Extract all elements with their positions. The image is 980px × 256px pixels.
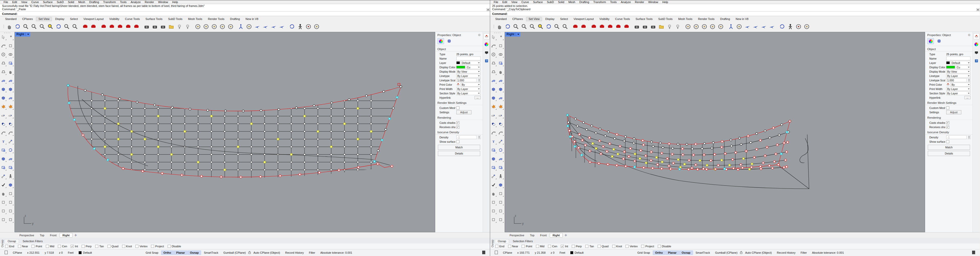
viewport-tab-right[interactable]: Right xyxy=(550,233,563,238)
osnap-option-tan[interactable]: Tan xyxy=(585,245,594,248)
walkabout-icon[interactable] xyxy=(296,23,304,30)
control-point-curve-icon[interactable] xyxy=(8,43,14,49)
toolbar-tab-visibility[interactable]: Visibility xyxy=(107,17,122,21)
surface-loft-icon[interactable] xyxy=(498,78,504,84)
status-auto-cplane-object-[interactable]: Auto CPlane (Object) xyxy=(743,251,774,254)
viewport-tab-front[interactable]: Front xyxy=(538,233,549,237)
command-prompt[interactable]: Command: xyxy=(0,11,490,16)
text-object-icon[interactable]: T xyxy=(0,138,6,145)
units-button[interactable]: Feet xyxy=(65,251,76,254)
units-button[interactable]: Feet xyxy=(557,251,568,254)
solid-torus-icon[interactable] xyxy=(0,95,6,101)
zoom-lens-icon[interactable] xyxy=(46,23,54,30)
osnap-checkbox-int[interactable]: ✓ xyxy=(71,245,74,248)
display-monitor-tab[interactable] xyxy=(974,50,979,56)
polygon-icon[interactable] xyxy=(0,69,6,75)
misc-tool-7-icon[interactable] xyxy=(8,216,14,223)
command-prompt[interactable]: Command: xyxy=(490,11,980,16)
menu-item-edit[interactable]: Edit xyxy=(500,0,509,4)
solid-shade-icon[interactable] xyxy=(0,156,6,162)
split-icon[interactable] xyxy=(498,112,504,118)
undo-view-icon[interactable] xyxy=(545,23,552,30)
osnap-option-vertex[interactable]: Vertex xyxy=(135,245,148,248)
explode-icon[interactable] xyxy=(0,103,6,110)
misc-tool-1-icon[interactable] xyxy=(8,191,14,197)
toggle-grid-snap[interactable]: Grid Snap xyxy=(143,250,161,255)
plan-view-icon[interactable] xyxy=(743,23,751,30)
check-object-icon[interactable] xyxy=(0,182,6,188)
plan-view-icon[interactable] xyxy=(253,23,261,30)
camera-show-icon[interactable] xyxy=(633,23,641,30)
zoom-1to1-icon[interactable] xyxy=(71,23,79,30)
status-auto-cplane-object-[interactable]: Auto CPlane (Object) xyxy=(251,251,283,254)
toggle-smarttrack[interactable]: SmartTrack xyxy=(693,250,713,255)
statusbar-pane-icon[interactable] xyxy=(492,251,500,255)
camera-black-icon[interactable] xyxy=(151,23,159,30)
osnap-checkbox-vertex[interactable] xyxy=(135,245,138,248)
dropdown-linetype[interactable]: By Layer xyxy=(457,74,480,78)
osnap-checkbox-near[interactable] xyxy=(18,245,21,248)
camera-black-icon[interactable] xyxy=(641,23,649,30)
osnap-option-vertex[interactable]: Vertex xyxy=(625,245,638,248)
command-scroll-up-button[interactable] xyxy=(487,8,490,11)
menu-item-mesh[interactable]: Mesh xyxy=(566,0,578,4)
misc-tool-4-icon[interactable] xyxy=(0,208,6,214)
dock-tab-selection-filters[interactable]: Selection Filters xyxy=(509,239,536,243)
osnap-checkbox-disable[interactable] xyxy=(658,245,661,248)
osnap-option-point[interactable]: Point xyxy=(522,245,532,248)
viewport-right-view[interactable]: Rightzy xyxy=(14,32,435,232)
surface-corner-points-icon[interactable] xyxy=(0,78,6,84)
statusbar-right-pane-icon[interactable] xyxy=(969,251,978,255)
menu-item-tools[interactable]: Tools xyxy=(118,0,129,4)
airplane-2-icon[interactable] xyxy=(278,23,286,30)
solid-sphere-icon[interactable] xyxy=(8,86,14,92)
osnap-option-quad[interactable]: Quad xyxy=(598,245,609,248)
primitive-solids-icon[interactable] xyxy=(498,182,504,188)
print-color-icon[interactable] xyxy=(457,83,460,86)
toolbar-tab-cplanes[interactable]: CPlanes xyxy=(20,17,36,21)
toolbar-tab-render-tools[interactable]: Render Tools xyxy=(205,17,227,21)
zoom-dynamic-icon[interactable] xyxy=(22,23,30,30)
text-object-icon[interactable]: T xyxy=(490,138,496,145)
menu-item-render[interactable]: Render xyxy=(143,0,156,4)
gear-icon[interactable]: ⚙ xyxy=(968,33,970,37)
transform-figure-icon[interactable] xyxy=(498,173,504,179)
arc-icon[interactable] xyxy=(490,60,496,66)
dropdown-layer[interactable]: Default xyxy=(461,61,480,65)
display-monitor-tab[interactable] xyxy=(484,50,489,56)
osnap-checkbox-point[interactable] xyxy=(32,245,35,248)
extrude-surface-icon[interactable] xyxy=(498,156,504,162)
zoom-selected-icon[interactable] xyxy=(528,23,536,30)
fillet-curve-icon[interactable] xyxy=(490,130,496,136)
dock-tab-osnap[interactable]: Osnap xyxy=(5,239,19,243)
spinner-control[interactable] xyxy=(477,78,480,82)
color-wheel-tab[interactable] xyxy=(974,42,979,47)
osnap-checkbox-point[interactable] xyxy=(522,245,525,248)
hyperlink-button[interactable]: ... xyxy=(474,96,480,99)
surface-patch-icon[interactable] xyxy=(8,95,14,101)
toolbar-tab-new-in-v8[interactable]: New in V8 xyxy=(243,17,261,21)
set-view-right-icon[interactable] xyxy=(89,23,97,30)
rotate-copy-icon[interactable] xyxy=(498,147,504,153)
view-right-car-icon[interactable] xyxy=(116,23,124,30)
osnap-checkbox-quad[interactable] xyxy=(108,245,111,248)
properties-layer-tab[interactable] xyxy=(935,38,942,44)
cplane-object-icon[interactable] xyxy=(219,23,226,30)
osnap-checkbox-project[interactable] xyxy=(641,245,644,248)
misc-tool-2-icon[interactable] xyxy=(490,199,496,205)
named-views-folder-icon[interactable] xyxy=(657,23,665,30)
clock-view-icon[interactable] xyxy=(313,23,320,30)
viewport-title-label[interactable]: Right xyxy=(15,32,30,37)
toolbar-tab-new-in-v8[interactable]: New in V8 xyxy=(733,17,751,21)
osnap-checkbox-perp[interactable] xyxy=(572,245,575,248)
surface-corner-points-icon[interactable] xyxy=(490,78,496,84)
osnap-option-disable[interactable]: Disable xyxy=(168,245,181,248)
menu-item-analyze[interactable]: Analyze xyxy=(129,0,143,4)
color-wheel-tab[interactable] xyxy=(484,42,489,47)
toggle-planar[interactable]: Planar xyxy=(174,250,188,255)
display-color-swatch[interactable] xyxy=(946,66,955,68)
osnap-option-quad[interactable]: Quad xyxy=(108,245,118,248)
extrude-surface-icon[interactable] xyxy=(8,156,14,162)
print-color-icon[interactable] xyxy=(946,83,950,86)
array-linear-icon[interactable] xyxy=(8,164,14,170)
